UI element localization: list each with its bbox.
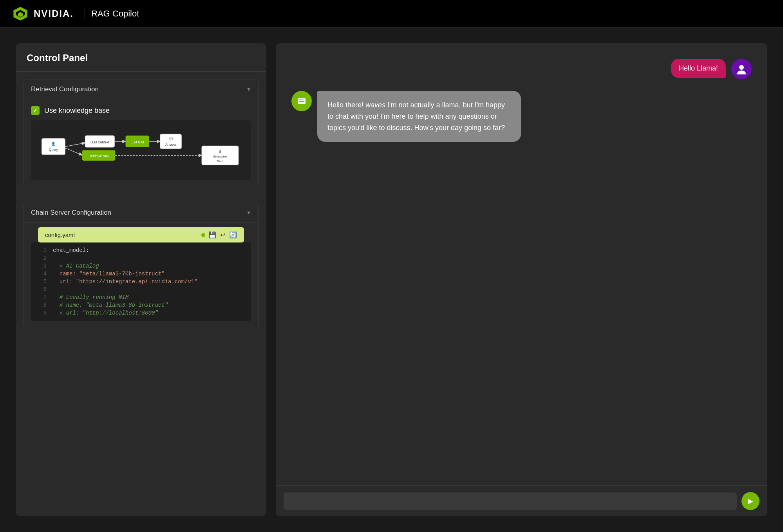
code-line-7: 7 # Locally running NIM	[31, 293, 251, 301]
assistant-message-bubble: Hello there! waves I'm not actually a ll…	[317, 91, 521, 142]
logo-area: NVIDIA. RAG Copilot	[12, 5, 139, 22]
checkmark-icon: ✓	[33, 107, 38, 114]
user-message-bubble: Hello Llama!	[671, 59, 726, 78]
knowledge-base-row: ✓ Use knowledge base	[24, 99, 258, 120]
yaml-status-dot	[201, 233, 205, 237]
yaml-toolbar: 💾 ↩ 🔄	[208, 231, 237, 239]
retrieval-config-header[interactable]: Retrieval Configuration ▼	[24, 80, 258, 99]
app-title: RAG Copilot	[85, 9, 139, 19]
code-line-6: 6	[31, 286, 251, 293]
refresh-icon[interactable]: 🔄	[229, 231, 237, 239]
retrieval-chevron-icon: ▼	[246, 87, 251, 92]
assistant-avatar-icon	[296, 96, 307, 107]
app-header: NVIDIA. RAG Copilot	[0, 0, 783, 27]
chain-server-header[interactable]: Chain Server Configuration ▼	[24, 203, 258, 223]
code-line-9: 9 # url: "http://localhost:8000"	[31, 309, 251, 317]
retrieval-config-title: Retrieval Configuration	[31, 85, 99, 93]
chain-server-title: Chain Server Configuration	[31, 209, 111, 217]
svg-point-25	[739, 65, 744, 70]
code-line-3: 3 # AI Catalog	[31, 262, 251, 270]
user-avatar-icon	[736, 63, 747, 74]
svg-rect-4	[42, 139, 65, 155]
svg-line-8	[65, 148, 82, 155]
chat-panel: Hello Llama!	[276, 43, 767, 516]
svg-text:💬: 💬	[169, 137, 173, 141]
yaml-filename-label: config.yaml	[45, 232, 198, 238]
knowledge-base-label: Use knowledge base	[44, 107, 110, 115]
code-line-4: 4 name: "meta/llama3-70b-instruct"	[31, 270, 251, 278]
user-avatar	[731, 59, 752, 79]
control-panel: Control Panel Retrieval Configuration ▼ …	[16, 43, 266, 516]
chat-input-area: ▶	[276, 485, 767, 516]
nvidia-logo-icon	[12, 5, 29, 22]
chain-server-section: Chain Server Configuration ▼ config.yaml…	[24, 203, 259, 328]
svg-text:LLM NIM: LLM NIM	[130, 140, 144, 144]
chat-input[interactable]	[284, 492, 737, 510]
rag-flow-diagram: 👤 Query LLM Context LLM NIM	[38, 124, 244, 171]
svg-line-7	[65, 143, 85, 147]
code-line-2: 2	[31, 254, 251, 262]
assistant-message-text: Hello there! waves I'm not actually a ll…	[327, 101, 505, 132]
code-line-1: 1 chat_model:	[31, 246, 251, 254]
main-layout: Control Panel Retrieval Configuration ▼ …	[0, 27, 783, 532]
code-line-8: 8 # name: "meta-llama3-8b-instruct"	[31, 301, 251, 309]
assistant-avatar	[291, 91, 312, 111]
svg-point-26	[737, 71, 746, 74]
chat-messages-area: Hello Llama!	[276, 43, 767, 485]
send-button[interactable]: ▶	[741, 492, 759, 510]
assistant-message-row: Hello there! waves I'm not actually a ll…	[291, 91, 752, 142]
svg-text:Data: Data	[217, 159, 224, 163]
control-panel-title: Control Panel	[16, 43, 266, 72]
yaml-file-header: config.yaml 💾 ↩ 🔄	[38, 227, 244, 242]
user-message-row: Hello Llama!	[291, 59, 752, 79]
send-icon: ▶	[748, 497, 753, 505]
svg-text:Retrieval NIM: Retrieval NIM	[89, 154, 108, 158]
code-line-5: 5 url: "https://integrate.api.nvidia.com…	[31, 278, 251, 286]
user-message-text: Hello Llama!	[679, 64, 718, 72]
rag-diagram: 👤 Query LLM Context LLM NIM	[31, 120, 251, 180]
yaml-code-editor[interactable]: 1 chat_model: 2 3 # AI Catalog 4 name: "…	[31, 242, 251, 321]
svg-point-30	[304, 99, 305, 100]
svg-rect-29	[299, 101, 304, 102]
svg-text:Answer: Answer	[165, 143, 176, 147]
save-icon[interactable]: 💾	[208, 231, 216, 239]
svg-text:Query: Query	[49, 148, 58, 152]
knowledge-base-checkbox[interactable]: ✓	[31, 106, 40, 115]
svg-text:Enterprise: Enterprise	[213, 155, 227, 158]
svg-text:🗄: 🗄	[219, 150, 222, 153]
undo-icon[interactable]: ↩	[220, 231, 225, 239]
svg-text:LLM Context: LLM Context	[90, 140, 109, 144]
svg-rect-28	[299, 100, 304, 100]
brand-name: NVIDIA.	[34, 8, 74, 19]
chain-server-chevron-icon: ▼	[246, 210, 251, 215]
retrieval-config-section: Retrieval Configuration ▼ ✓ Use knowledg…	[24, 80, 259, 187]
svg-text:👤: 👤	[51, 142, 56, 146]
